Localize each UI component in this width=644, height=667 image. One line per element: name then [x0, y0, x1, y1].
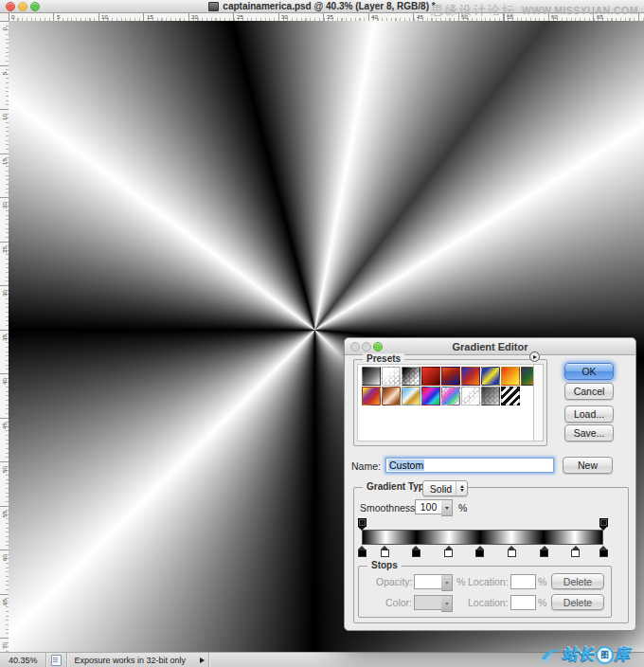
ruler-number: 35	[1, 334, 8, 342]
ruler-number: 0	[1, 25, 8, 33]
smoothness-label: Smoothness:	[360, 502, 418, 514]
document-proxy-icon	[208, 2, 219, 11]
color-stop-handle-black[interactable]	[599, 546, 608, 557]
color-location-input[interactable]	[510, 595, 536, 610]
color-label: Color:	[385, 597, 412, 608]
gradient-type-value: Solid	[423, 483, 456, 495]
divider	[45, 653, 46, 667]
preset-red-to-blue[interactable]	[441, 367, 460, 386]
stops-label: Stops	[367, 560, 402, 570]
ruler-number: 65	[597, 13, 603, 20]
color-stop-handle-black[interactable]	[540, 546, 548, 557]
preset-transparent-rainbow[interactable]	[441, 387, 460, 406]
opacity-location-unit: %	[538, 576, 546, 587]
opacity-label: Opacity:	[376, 576, 413, 587]
presets-scrollbar[interactable]	[533, 364, 544, 442]
ruler-number: 25	[237, 13, 243, 20]
photoshop-window: captainamerica.psd @ 40.3% (Layer 8, RGB…	[0, 0, 644, 667]
name-input[interactable]: Custom	[385, 458, 554, 473]
color-stop-handle-white[interactable]	[381, 546, 389, 557]
ruler-number: 45	[1, 422, 8, 430]
preset-black-white-stripes[interactable]	[501, 387, 520, 406]
divider	[208, 653, 209, 667]
opacity-unit: %	[456, 576, 465, 587]
gradient-type-select[interactable]: Solid	[422, 480, 468, 496]
ruler-number: 20	[191, 13, 198, 20]
color-swatch[interactable]	[414, 595, 442, 610]
load-button[interactable]: Load...	[564, 406, 614, 423]
presets-label: Presets	[363, 353, 404, 364]
preset-blue-yellow-blue[interactable]	[481, 367, 500, 386]
ruler-number: 55	[1, 510, 8, 518]
preset-foreground-to-background[interactable]	[362, 367, 381, 386]
ruler-number: 60	[551, 13, 558, 20]
preset-blue-red-orange[interactable]	[461, 367, 480, 386]
ruler-number: 10	[1, 113, 8, 121]
ruler-number: 60	[1, 553, 8, 562]
ruler-number: 45	[417, 13, 423, 20]
gradient-type-groupbox: Gradient Type: Solid Smoothness: 100 % S…	[353, 487, 629, 623]
color-stop-handle-black[interactable]	[412, 546, 420, 557]
color-location-label: Location:	[468, 597, 509, 608]
cancel-button[interactable]: Cancel	[564, 383, 614, 400]
color-dropdown-icon[interactable]	[441, 595, 453, 612]
opacity-location-label: Location:	[468, 576, 509, 587]
ruler-number: 30	[281, 13, 288, 20]
color-stop-handle-white[interactable]	[571, 546, 580, 557]
color-stop-handle-white[interactable]	[508, 546, 516, 557]
new-button[interactable]: New	[563, 457, 613, 474]
color-stop-handle-black[interactable]	[358, 546, 367, 557]
ruler-number: 70	[1, 641, 8, 650]
ruler-number: 65	[1, 598, 8, 606]
status-menu-arrow-icon[interactable]	[195, 653, 208, 667]
gradient-preview-bar[interactable]	[362, 530, 603, 545]
opacity-location-input[interactable]	[510, 574, 536, 589]
preset-blue-white-gold[interactable]	[402, 387, 420, 406]
name-value: Custom	[388, 460, 424, 471]
ruler-number: 50	[461, 13, 468, 20]
preset-spectrum[interactable]	[421, 387, 440, 406]
opacity-stop-handle[interactable]	[358, 518, 367, 530]
preset-orange-yellow[interactable]	[501, 367, 520, 386]
delete-opacity-button[interactable]: Delete	[551, 573, 604, 589]
ruler-number: 55	[507, 13, 513, 20]
status-document-icon	[51, 655, 62, 666]
preset-neutral-density[interactable]	[481, 387, 500, 406]
ruler-number: 5	[57, 13, 60, 20]
opacity-input[interactable]	[414, 574, 442, 589]
preset-black-to-transparent[interactable]	[402, 367, 420, 386]
preset-copper[interactable]	[382, 387, 401, 406]
ruler-number: 25	[1, 245, 8, 254]
window-titlebar[interactable]: captainamerica.psd @ 40.3% (Layer 8, RGB…	[0, 0, 644, 13]
smoothness-input[interactable]: 100	[415, 499, 442, 514]
preset-transparent-stripes[interactable]	[461, 387, 480, 406]
preset-foreground-to-transparent[interactable]	[382, 367, 401, 386]
color-stop-handle-black[interactable]	[475, 546, 484, 557]
save-button[interactable]: Save...	[564, 424, 614, 442]
ruler-number: 30	[1, 289, 8, 297]
ruler-number: 5	[1, 69, 8, 78]
color-stops-row	[362, 546, 603, 557]
ruler-number: 35	[327, 13, 333, 20]
window-title: captainamerica.psd @ 40.3% (Layer 8, RGB…	[223, 1, 435, 11]
opacity-dropdown-icon[interactable]	[441, 574, 453, 591]
gradient-editor-dialog: Gradient Editor Presets OK Cancel Load..…	[344, 337, 636, 631]
preset-yellow-violet-orange[interactable]	[362, 387, 381, 406]
status-bar: 40.35% Exposure works in 32-bit only	[0, 652, 644, 667]
ruler-number: 40	[371, 13, 378, 20]
presets-menu-icon[interactable]	[529, 352, 540, 362]
opacity-stop-handle[interactable]	[599, 518, 608, 530]
presets-groupbox: Presets	[353, 359, 547, 446]
zoom-level[interactable]: 40.35%	[0, 656, 45, 665]
preset-red-to-dark-red[interactable]	[421, 367, 440, 386]
smoothness-dropdown-icon[interactable]	[441, 499, 453, 516]
ok-button[interactable]: OK	[564, 363, 614, 380]
dialog-title: Gradient Editor	[345, 338, 635, 354]
ruler-number: 20	[1, 201, 8, 209]
presets-list	[357, 364, 535, 442]
ruler-number: 0	[11, 13, 14, 20]
color-stop-handle-white[interactable]	[444, 546, 453, 557]
ruler-number: 40	[1, 377, 8, 386]
delete-color-button[interactable]: Delete	[551, 594, 604, 610]
ruler-number: 50	[1, 465, 8, 474]
